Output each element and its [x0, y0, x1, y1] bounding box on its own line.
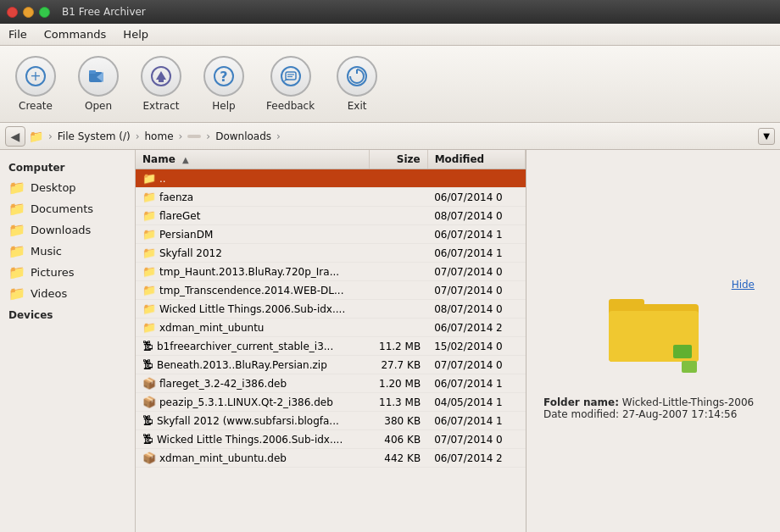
file-table: Name ▲ Size Modified 📁..📁faenza06/07/201…	[136, 150, 526, 532]
extract-icon	[141, 56, 181, 97]
file-size-cell	[369, 244, 427, 263]
table-row[interactable]: 📁flareGet08/07/2014 0	[136, 207, 526, 225]
file-name-cell: 📁tmp_Haunt.2013.BluRay.720p_Ira...	[136, 263, 369, 281]
table-row[interactable]: 🗜Wicked Little Things.2006.Sub-idx....40…	[136, 430, 526, 449]
table-row[interactable]: 📁faenza06/07/2014 0	[136, 188, 526, 207]
table-row[interactable]: 📁..	[136, 169, 526, 188]
date-modified-value: 27-Aug-2007 17:14:56	[622, 408, 737, 420]
feedback-icon	[270, 56, 311, 97]
file-modified-cell: 06/07/2014 2	[427, 449, 525, 468]
folder-preview	[607, 287, 700, 380]
file-modified-cell: 04/05/2014 1	[427, 393, 525, 412]
breadcrumb-segment[interactable]	[187, 135, 201, 138]
minimize-button[interactable]	[23, 7, 34, 18]
toolbar-btn-open[interactable]: Open	[71, 53, 125, 115]
file-modified-cell: 08/07/2014 0	[427, 300, 525, 319]
table-row[interactable]: 📁xdman_mint_ubuntu06/07/2014 2	[136, 319, 526, 337]
toolbar-btn-exit[interactable]: Exit	[330, 53, 384, 115]
table-row[interactable]: 📁PersianDM06/07/2014 1	[136, 225, 526, 244]
breadcrumb-filesystem[interactable]: File System (/)	[58, 130, 131, 142]
folder-icon: 📁	[8, 180, 25, 196]
menu-help[interactable]: Help	[114, 25, 157, 43]
folder-name-label: Folder name:	[543, 396, 619, 408]
back-button[interactable]: ◀	[5, 126, 25, 147]
file-name-cell: 📁faenza	[136, 188, 369, 207]
toolbar-btn-extract[interactable]: Extract	[134, 53, 188, 115]
file-modified-cell: 07/07/2014 0	[427, 263, 525, 281]
table-row[interactable]: 📦xdman_mint_ubuntu.deb442 KB06/07/2014 2	[136, 449, 526, 468]
folder-name-value: Wicked-Little-Things-2006	[622, 396, 754, 408]
hide-button[interactable]: Hide	[732, 279, 755, 291]
breadcrumb-dropdown[interactable]: ▼	[758, 128, 775, 145]
file-modified-cell: 06/07/2014 2	[427, 319, 525, 337]
file-name-cell: 📁xdman_mint_ubuntu	[136, 319, 369, 337]
folder-icon: 📁	[142, 247, 156, 259]
folder-icon: 📁	[142, 228, 156, 241]
svg-rect-11	[286, 72, 296, 80]
svg-rect-18	[609, 299, 644, 309]
col-modified[interactable]: Modified	[427, 150, 525, 169]
sidebar-item-videos[interactable]: 📁 Videos	[0, 283, 135, 304]
sidebar-item-pictures[interactable]: 📁 Pictures	[0, 262, 135, 283]
folder-icon: 📁	[142, 191, 156, 203]
breadcrumb-folder-icon: 📁	[29, 130, 43, 143]
breadcrumb-home[interactable]: home	[145, 130, 174, 142]
table-row[interactable]: 📁tmp_Haunt.2013.BluRay.720p_Ira...07/07/…	[136, 263, 526, 281]
menu-commands[interactable]: Commands	[36, 25, 115, 43]
file-modified-cell: 06/07/2014 1	[427, 374, 525, 393]
toolbar-btn-feedback[interactable]: Feedback	[259, 53, 321, 115]
file-name-cell: 📁..	[136, 169, 369, 188]
file-name-cell: 📦peazip_5.3.1.LINUX.Qt-2_i386.deb	[136, 393, 369, 412]
sidebar-item-downloads[interactable]: 📁 Downloads	[0, 219, 135, 241]
folder-icon: 📁	[8, 285, 25, 302]
sidebar-section-devices: Devices	[0, 304, 135, 324]
maximize-button[interactable]	[39, 7, 50, 18]
table-row[interactable]: 📁Wicked Little Things.2006.Sub-idx....08…	[136, 300, 526, 319]
breadcrumb-downloads[interactable]: Downloads	[215, 130, 271, 142]
svg-rect-3	[89, 70, 96, 74]
table-row[interactable]: 🗜b1freearchiver_current_stable_i3...11.2…	[136, 337, 526, 356]
file-modified-cell	[427, 169, 525, 188]
open-icon	[78, 56, 119, 97]
exit-icon	[337, 56, 377, 97]
folder-icon: 📁	[8, 264, 25, 280]
archive-icon: 🗜	[142, 358, 153, 371]
help-label: Help	[212, 100, 235, 112]
table-row[interactable]: 🗜Beneath.2013..BluRay.Persian.zip27.7 KB…	[136, 356, 526, 374]
sidebar-item-documents[interactable]: 📁 Documents	[0, 198, 135, 219]
file-size-cell	[369, 207, 427, 225]
table-row[interactable]: 📦flareget_3.2-42_i386.deb1.20 MB06/07/20…	[136, 374, 526, 393]
svg-rect-7	[159, 80, 164, 82]
file-name-cell: 📁Wicked Little Things.2006.Sub-idx....	[136, 300, 369, 319]
sidebar-item-music[interactable]: 📁 Music	[0, 241, 135, 262]
table-row[interactable]: 🗜Skyfall 2012 (www.subfarsi.blogfa...380…	[136, 412, 526, 430]
col-size[interactable]: Size	[369, 150, 427, 169]
file-modified-cell: 06/07/2014 1	[427, 225, 525, 244]
svg-marker-6	[156, 71, 166, 80]
file-size-cell: 11.3 MB	[369, 393, 427, 412]
folder-icon: 📁	[142, 265, 156, 278]
file-name-cell: 📦xdman_mint_ubuntu.deb	[136, 449, 369, 468]
deb-icon: 📦	[142, 396, 156, 408]
toolbar-btn-create[interactable]: + Create	[8, 53, 63, 115]
sidebar-item-desktop[interactable]: 📁 Desktop	[0, 177, 135, 198]
table-row[interactable]: 📁Skyfall 201206/07/2014 1	[136, 244, 526, 263]
folder-icon: 📁	[8, 222, 25, 238]
file-size-cell: 406 KB	[369, 430, 427, 449]
file-size-cell	[369, 263, 427, 281]
close-button[interactable]	[7, 7, 18, 18]
archive-icon: 🗜	[142, 433, 153, 446]
toolbar-btn-help[interactable]: ? Help	[197, 53, 251, 115]
exit-label: Exit	[348, 100, 367, 112]
file-modified-cell: 07/07/2014 0	[427, 281, 525, 300]
menu-file[interactable]: File	[0, 25, 36, 43]
folder-icon: 📁	[142, 321, 156, 334]
svg-text:+: +	[30, 68, 41, 84]
file-modified-cell: 08/07/2014 0	[427, 207, 525, 225]
toolbar: + Create Open Extract ? Help Feedback	[0, 46, 780, 123]
file-size-cell: 380 KB	[369, 412, 427, 430]
file-modified-cell: 07/07/2014 0	[427, 430, 525, 449]
table-row[interactable]: 📁tmp_Transcendence.2014.WEB-DL...07/07/2…	[136, 281, 526, 300]
table-row[interactable]: 📦peazip_5.3.1.LINUX.Qt-2_i386.deb11.3 MB…	[136, 393, 526, 412]
col-name[interactable]: Name ▲	[136, 150, 369, 169]
